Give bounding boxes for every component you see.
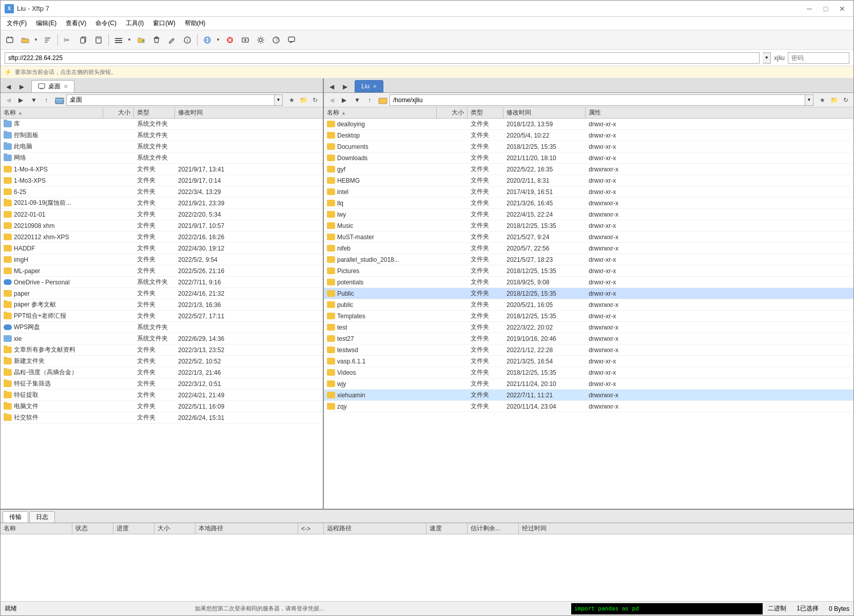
- list-item[interactable]: 新建文件夹 文件夹 2022/5/2, 10:52: [1, 356, 323, 367]
- left-forward[interactable]: ▶: [15, 94, 26, 106]
- left-col-size[interactable]: 大小: [103, 107, 134, 118]
- list-item[interactable]: testwsd 文件夹 2022/1/12, 22:28 drwxrwxr-x: [324, 344, 853, 356]
- transfer-col-name[interactable]: 名称: [1, 523, 72, 534]
- list-item[interactable]: 1-Mo3-XPS 文件夹 2021/9/17, 0:14: [1, 175, 323, 186]
- list-item[interactable]: paper 参考文献 文件夹 2022/1/3, 16:36: [1, 299, 323, 311]
- toolbar-help[interactable]: ?: [269, 33, 283, 47]
- list-item[interactable]: nifeb 文件夹 2020/5/7, 22:56 drwxrwxr-x: [324, 243, 853, 254]
- toolbar-copy[interactable]: [76, 33, 90, 47]
- left-refresh[interactable]: ↻: [309, 94, 321, 106]
- transfer-col-remaining[interactable]: 估计剩余...: [468, 523, 519, 534]
- list-item[interactable]: gyf 文件夹 2022/5/22, 16:35 drwxrwxr-x: [324, 164, 853, 175]
- transfer-col-progress[interactable]: 进度: [113, 523, 154, 534]
- left-col-type[interactable]: 类型: [134, 107, 175, 118]
- transfer-col-remote[interactable]: 远程路径: [324, 523, 426, 534]
- right-col-name[interactable]: 名称 ▲: [324, 107, 437, 118]
- list-item[interactable]: dealloying 文件夹 2018/1/23, 13:59 drwxr-xr…: [324, 119, 853, 130]
- right-col-type[interactable]: 类型: [468, 107, 503, 118]
- toolbar-network[interactable]: [200, 33, 215, 47]
- list-item[interactable]: 晶粒-强度（高熵合金） 文件夹 2022/1/3, 21:46: [1, 367, 323, 378]
- right-path-dropdown[interactable]: ▼: [805, 94, 813, 106]
- list-item[interactable]: 网络 系统文件夹: [1, 152, 323, 164]
- list-item[interactable]: 控制面板 系统文件夹: [1, 130, 323, 141]
- right-col-size[interactable]: 大小: [437, 107, 468, 118]
- list-item[interactable]: Pictures 文件夹 2018/12/25, 15:35 drwxr-xr-…: [324, 265, 853, 277]
- list-item[interactable]: 2022-01-01 文件夹 2022/2/20, 5:34: [1, 209, 323, 220]
- transfer-col-elapsed[interactable]: 经过时间: [519, 523, 853, 534]
- list-item[interactable]: ML-paper 文件夹 2022/5/26, 21:16: [1, 265, 323, 277]
- list-item[interactable]: HEBMG 文件夹 2020/2/11, 8:31 drwxr-xr-x: [324, 175, 853, 186]
- list-item[interactable]: test27 文件夹 2019/10/16, 20:46 drwxrwxr-x: [324, 333, 853, 344]
- list-item[interactable]: 电脑文件 文件夹 2022/5/11, 16:09: [1, 401, 323, 412]
- transfer-col-arrow[interactable]: <->: [298, 523, 324, 534]
- right-next-tab[interactable]: ▶: [339, 81, 351, 92]
- menu-view[interactable]: 查看(V): [62, 18, 90, 29]
- list-item[interactable]: Music 文件夹 2018/12/25, 15:35 drwxr-xr-x: [324, 220, 853, 232]
- menu-command[interactable]: 命令(C): [91, 18, 121, 29]
- menu-file[interactable]: 文件(F): [3, 18, 31, 29]
- left-next-tab[interactable]: ▶: [16, 81, 27, 92]
- menu-help[interactable]: 帮助(H): [181, 18, 210, 29]
- left-tab-desktop[interactable]: 桌面 ✕: [31, 80, 74, 92]
- right-bookmark[interactable]: ★: [817, 94, 828, 106]
- toolbar-sort[interactable]: [41, 33, 55, 47]
- toolbar-properties[interactable]: i: [180, 33, 195, 47]
- transfer-tab[interactable]: 传输: [3, 511, 28, 523]
- menu-tools[interactable]: 工具(I): [122, 18, 148, 29]
- list-item[interactable]: Templates 文件夹 2018/12/25, 15:35 drwxr-xr…: [324, 311, 853, 322]
- maximize-button[interactable]: □: [819, 3, 833, 14]
- address-dropdown[interactable]: ▼: [763, 52, 771, 64]
- left-col-name[interactable]: 名称 ▲: [1, 107, 103, 118]
- toolbar-new-folder[interactable]: +: [134, 33, 148, 47]
- list-item[interactable]: 20220112 xhm-XPS 文件夹 2022/2/16, 16:26: [1, 232, 323, 243]
- left-prev-tab[interactable]: ◀: [3, 81, 14, 92]
- list-item[interactable]: 6-25 文件夹 2022/3/4, 13:29: [1, 186, 323, 198]
- left-tab-close[interactable]: ✕: [64, 84, 68, 89]
- right-forward[interactable]: ▶: [338, 94, 350, 106]
- menu-edit[interactable]: 编辑(E): [32, 18, 61, 29]
- list-item[interactable]: paper 文件夹 2022/4/16, 21:32: [1, 288, 323, 299]
- left-col-modified[interactable]: 修改时间: [175, 107, 247, 118]
- list-item[interactable]: 特征提取 文件夹 2022/4/21, 21:49: [1, 390, 323, 401]
- right-tab-close[interactable]: ✕: [373, 84, 377, 89]
- left-down-arrow[interactable]: ▼: [28, 94, 40, 106]
- toolbar-view[interactable]: [111, 33, 126, 47]
- list-item[interactable]: 库 系统文件夹: [1, 119, 323, 130]
- list-item[interactable]: potentials 文件夹 2018/9/25, 9:08 drwxr-xr-…: [324, 277, 853, 288]
- toolbar-view-dropdown[interactable]: ▼: [126, 33, 133, 47]
- list-item[interactable]: MuST-master 文件夹 2021/5/27, 9:24 drwxrwxr…: [324, 232, 853, 243]
- right-refresh[interactable]: ↻: [840, 94, 851, 106]
- list-item[interactable]: PPT组合+老师汇报 文件夹 2022/5/27, 17:11: [1, 311, 323, 322]
- toolbar-settings[interactable]: [254, 33, 268, 47]
- right-up[interactable]: ↑: [364, 94, 375, 106]
- right-path-input[interactable]: [390, 94, 805, 106]
- toolbar-new-session[interactable]: [3, 33, 17, 47]
- list-item[interactable]: Documents 文件夹 2018/12/25, 15:35 drwxr-xr…: [324, 141, 853, 152]
- list-item[interactable]: 20210908 xhm 文件夹 2021/9/17, 10:57: [1, 220, 323, 232]
- list-item[interactable]: 文章所有参考文献资料 文件夹 2022/3/13, 23:52: [1, 344, 323, 356]
- toolbar-stop[interactable]: [223, 33, 237, 47]
- toolbar-paste[interactable]: [91, 33, 106, 47]
- list-item[interactable]: intel 文件夹 2017/4/19, 16:51 drwxr-xr-x: [324, 186, 853, 198]
- transfer-col-local[interactable]: 本地路径: [196, 523, 298, 534]
- list-item[interactable]: parallel_studio_2018... 文件夹 2021/5/27, 1…: [324, 254, 853, 265]
- toolbar-chat[interactable]: [284, 33, 299, 47]
- list-item[interactable]: Downloads 文件夹 2021/11/20, 18:10 drwxr-xr…: [324, 152, 853, 164]
- list-item[interactable]: 特征子集筛选 文件夹 2022/3/12, 0:51: [1, 378, 323, 390]
- list-item[interactable]: WPS网盘 系统文件夹: [1, 322, 323, 333]
- toolbar-open[interactable]: [18, 33, 32, 47]
- right-tab-liu[interactable]: Liu ✕: [355, 80, 383, 92]
- list-item[interactable]: test 文件夹 2022/3/22, 20:02 drwxrwxr-x: [324, 322, 853, 333]
- list-item[interactable]: xie 系统文件夹 2022/6/29, 14:36: [1, 333, 323, 344]
- right-down-arrow[interactable]: ▼: [352, 94, 363, 106]
- right-prev-tab[interactable]: ◀: [326, 81, 337, 92]
- list-item[interactable]: OneDrive - Personal 系统文件夹 2022/7/11, 9:1…: [1, 277, 323, 288]
- list-item[interactable]: public 文件夹 2020/5/21, 16:05 drwxrwxr-x: [324, 299, 853, 311]
- list-item[interactable]: imgH 文件夹 2022/5/2, 9:54: [1, 254, 323, 265]
- toolbar-open-dropdown[interactable]: ▼: [32, 33, 40, 47]
- menu-window[interactable]: 窗口(W): [149, 18, 179, 29]
- left-path-input[interactable]: [66, 94, 275, 106]
- left-up[interactable]: ↑: [41, 94, 52, 106]
- toolbar-delete[interactable]: [149, 33, 164, 47]
- toolbar-rename[interactable]: [165, 33, 179, 47]
